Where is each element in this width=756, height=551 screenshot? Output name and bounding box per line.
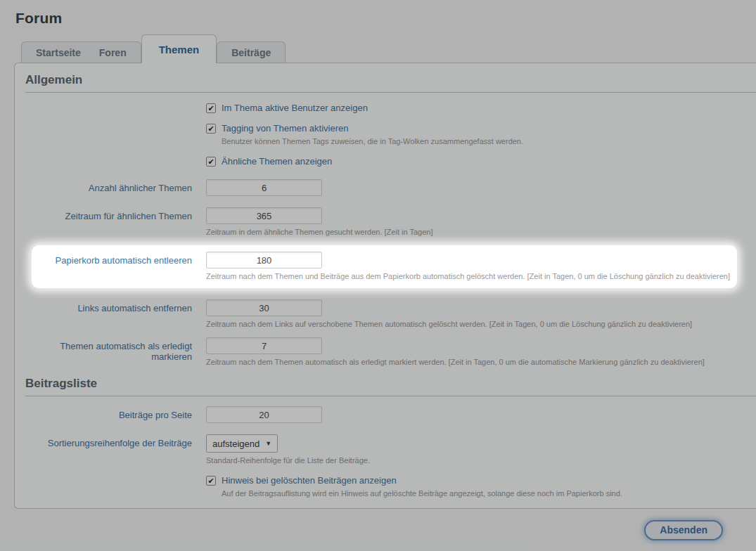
tab-themen[interactable]: Themen bbox=[141, 34, 217, 63]
tab-foren[interactable]: Foren bbox=[99, 47, 127, 58]
anzahl-aehnlicher-input[interactable] bbox=[206, 179, 322, 196]
field-label: Zeitraum für ähnlichen Themen bbox=[29, 207, 192, 221]
tab-beitraege[interactable]: Beiträge bbox=[231, 47, 271, 58]
helper-text: Zeitraum nach dem Links auf verschobene … bbox=[206, 320, 692, 329]
checkbox-row-similar: ✔ Ähnliche Themen anzeigen bbox=[206, 156, 756, 167]
pro-seite-input[interactable] bbox=[206, 406, 322, 423]
helper-text: Zeitraum nach dem Themen und Beiträge au… bbox=[206, 272, 730, 281]
fields-beitragsliste: Beiträge pro Seite Sortierungsreihenfolg… bbox=[15, 396, 756, 498]
field-row-links-entfernen: Links automatisch entfernen Zeitraum nac… bbox=[29, 299, 756, 329]
checkbox-label[interactable]: Tagging von Themen aktivieren bbox=[222, 123, 348, 134]
checkbox-active-users[interactable]: ✔ bbox=[206, 103, 216, 113]
submit-bar: Absenden bbox=[0, 509, 756, 540]
papierkorb-input[interactable] bbox=[206, 252, 322, 268]
checkbox-hinweis[interactable]: ✔ bbox=[206, 476, 216, 486]
checkbox-row-active-users: ✔ Im Thema aktive Benutzer anzeigen bbox=[206, 103, 756, 113]
checkbox-label[interactable]: Ähnliche Themen anzeigen bbox=[222, 156, 332, 167]
erledigt-input[interactable] bbox=[206, 337, 322, 354]
page-title: Forum bbox=[0, 0, 756, 27]
settings-panel: Allgemein ✔ Im Thema aktive Benutzer anz… bbox=[14, 63, 756, 509]
sort-order-select[interactable]: aufsteigend ▼ bbox=[206, 434, 278, 453]
field-row-pro-seite: Beiträge pro Seite bbox=[29, 406, 756, 423]
checkbox-tagging[interactable]: ✔ bbox=[206, 124, 216, 134]
field-label: Themen automatisch als erledigt markiere… bbox=[29, 337, 192, 362]
sort-order-value: aufsteigend bbox=[212, 439, 260, 449]
field-label: Beiträge pro Seite bbox=[29, 406, 192, 420]
submit-button[interactable]: Absenden bbox=[644, 520, 723, 540]
field-row-anzahl-aehnlicher: Anzahl ähnlicher Themen bbox=[29, 179, 756, 196]
field-row-erledigt: Themen automatisch als erledigt markiere… bbox=[29, 337, 756, 367]
section-heading-beitragsliste: Beitragsliste bbox=[25, 377, 756, 396]
checkbox-row-hinweis: ✔ Hinweis bei gelöschten Beiträgen anzei… bbox=[206, 475, 756, 498]
field-label: Anzahl ähnlicher Themen bbox=[29, 179, 192, 193]
checkbox-label[interactable]: Hinweis bei gelöschten Beiträgen anzeige… bbox=[222, 475, 397, 486]
field-row-sortierung: Sortierungsreihenfolge der Beiträge aufs… bbox=[29, 434, 756, 465]
field-row-papierkorb-highlighted: Papierkorb automatisch entleeren Zeitrau… bbox=[32, 245, 737, 288]
zeitraum-aehnliche-input[interactable] bbox=[206, 207, 322, 224]
chevron-down-icon: ▼ bbox=[265, 440, 271, 447]
helper-text: Standard-Reihenfolge für die Liste der B… bbox=[206, 456, 370, 465]
helper-text: Zeitraum in dem ähnliche Themen gesucht … bbox=[206, 228, 433, 237]
field-row-zeitraum-aehnliche: Zeitraum für ähnlichen Themen Zeitraum i… bbox=[29, 207, 756, 237]
tab-group-left: Startseite Foren bbox=[21, 41, 141, 63]
tab-startseite[interactable]: Startseite bbox=[36, 47, 81, 58]
section-heading-allgemein: Allgemein bbox=[25, 73, 756, 93]
checkbox-row-tagging: ✔ Tagging von Themen aktivieren Benutzer… bbox=[206, 123, 756, 146]
fields-allgemein: ✔ Im Thema aktive Benutzer anzeigen ✔ Ta… bbox=[15, 93, 756, 367]
helper-text: Zeitraum nach dem Themen automatisch als… bbox=[206, 358, 705, 367]
field-label: Links automatisch entfernen bbox=[29, 299, 192, 313]
field-label: Sortierungsreihenfolge der Beiträge bbox=[29, 434, 192, 448]
links-entfernen-input[interactable] bbox=[206, 299, 322, 316]
tab-group-right: Beiträge bbox=[217, 41, 286, 63]
field-label: Papierkorb automatisch entleeren bbox=[32, 252, 192, 266]
helper-text: Benutzer können Themen Tags zuweisen, di… bbox=[222, 137, 756, 146]
tab-bar: Startseite Foren Themen Beiträge bbox=[21, 34, 756, 63]
checkbox-label[interactable]: Im Thema aktive Benutzer anzeigen bbox=[222, 103, 368, 113]
checkbox-similar[interactable]: ✔ bbox=[206, 157, 216, 167]
helper-text: Auf der Beitragsauflistung wird ein Hinw… bbox=[222, 489, 756, 498]
